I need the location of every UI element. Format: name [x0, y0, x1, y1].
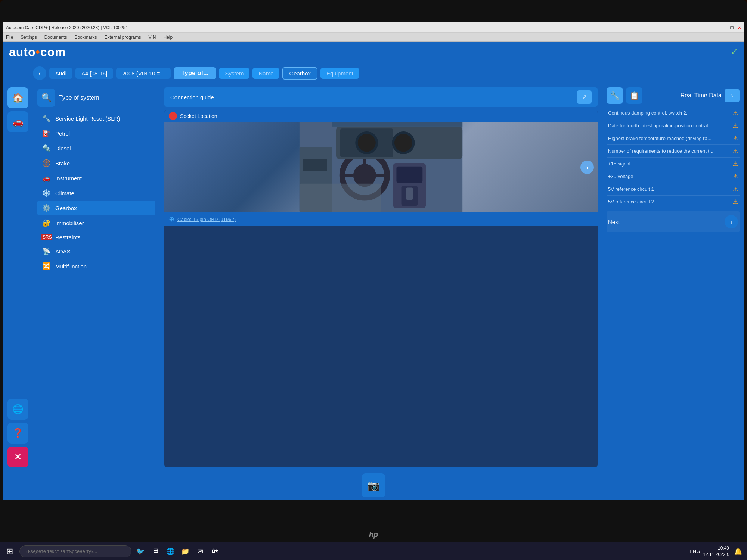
menu-file[interactable]: File	[6, 35, 13, 40]
menu-settings[interactable]: Settings	[21, 35, 37, 40]
restraints-icon: SRS	[41, 234, 52, 240]
socket-collapse-button[interactable]: −	[169, 112, 177, 120]
breadcrumb-bar: ‹ Audi A4 [08-16] 2008 (VIN 10 =... Type…	[3, 62, 744, 84]
data-row-text-3: Number of requirements to reduce the cur…	[608, 148, 731, 154]
warning-icon-5: ⚠	[733, 173, 738, 180]
bottom-panel: 📷	[3, 470, 744, 500]
taskbar-notification-icon[interactable]: 🔔	[732, 545, 744, 557]
menu-external[interactable]: External programs	[104, 35, 141, 40]
right-panel: 🔧 📋 Real Time Data › Continous damping c…	[602, 84, 744, 470]
car-interior-image: ›	[164, 122, 598, 212]
diesel-icon: 🔩	[41, 144, 52, 152]
data-row: +15 signal ⚠	[607, 158, 740, 170]
menu-help[interactable]: Help	[164, 35, 173, 40]
warning-icon-0: ⚠	[733, 109, 738, 116]
gearbox-icon: ⚙️	[41, 204, 52, 212]
system-list: 🔧 Service Light Reset (SLR) ⛽ Petrol 🔩 D…	[37, 111, 155, 273]
immobiliser-label: Immobiliser	[55, 220, 84, 226]
rt-expand-button[interactable]: ›	[725, 89, 740, 102]
sidebar-globe-button[interactable]: 🌐	[7, 399, 28, 420]
cable-info: ⊕ Cable: 16 pin OBD (J1962)	[164, 212, 598, 226]
camera-button[interactable]: 📷	[362, 473, 385, 497]
system-item-adas[interactable]: 📡 ADAS	[37, 244, 155, 258]
warning-icon-4: ⚠	[733, 160, 738, 167]
brake-label: Brake	[55, 160, 70, 167]
climate-label: Climate	[55, 190, 74, 196]
close-button[interactable]: ×	[738, 25, 741, 31]
taskbar-folder-icon[interactable]: 📁	[179, 545, 191, 557]
content-area: 🏠 🚗 🌐 ❓ ✕ 🔍 Type of system 🔧	[3, 84, 744, 470]
taskbar-browser-icon[interactable]: 🌐	[164, 545, 176, 557]
start-button[interactable]: ⊞	[3, 545, 16, 558]
taskbar-lang: ENG	[689, 548, 700, 554]
socket-location-title: Socket Location	[180, 113, 217, 119]
sidebar: 🏠 🚗 🌐 ❓ ✕	[3, 84, 33, 470]
system-search-button[interactable]: 🔍	[37, 89, 55, 107]
system-item-multifunction[interactable]: 🔀 Multifunction	[37, 259, 155, 273]
sidebar-home-button[interactable]: 🏠	[7, 87, 28, 108]
app-header: auto•com ✓	[3, 42, 744, 62]
breadcrumb-year[interactable]: 2008 (VIN 10 =...	[116, 68, 171, 79]
menu-vin[interactable]: VIN	[148, 35, 156, 40]
restraints-label: Restraints	[55, 234, 81, 240]
data-row-text-2: Highest brake temperature reached (drivi…	[608, 136, 731, 141]
sidebar-close-button[interactable]: ✕	[7, 447, 28, 467]
immobiliser-icon: 🔐	[41, 219, 52, 227]
step-equipment[interactable]: Equipment	[320, 68, 359, 79]
title-bar: Autocom Cars CDP+ | Release 2020 (2020.2…	[3, 22, 744, 33]
system-item-diesel[interactable]: 🔩 Diesel	[37, 141, 155, 155]
system-panel-title: Type of system	[59, 94, 99, 101]
data-row: Date for fourth latest operating-positio…	[607, 119, 740, 132]
connection-guide-external-btn[interactable]: ↗	[577, 90, 592, 104]
back-button[interactable]: ‹	[33, 66, 46, 80]
system-item-gearbox[interactable]: ⚙️ Gearbox	[37, 201, 155, 215]
maximize-button[interactable]: □	[730, 25, 733, 31]
menu-bookmarks[interactable]: Bookmarks	[74, 35, 97, 40]
multifunction-label: Multifunction	[55, 263, 87, 270]
step-system[interactable]: System	[219, 68, 249, 79]
data-row-text-6: 5V reference circuit 1	[608, 186, 731, 192]
breadcrumb-model[interactable]: A4 [08-16]	[75, 68, 113, 79]
taskbar-mail-icon[interactable]: ✉	[194, 545, 206, 557]
rt-wrench-button[interactable]: 🔧	[607, 87, 623, 104]
data-row-text-0: Continous damping control, switch 2.	[608, 110, 731, 116]
taskbar-store-icon[interactable]: 🛍	[209, 545, 221, 557]
system-item-petrol[interactable]: ⛽ Petrol	[37, 126, 155, 140]
window-title: Autocom Cars CDP+ | Release 2020 (2020.2…	[6, 25, 128, 30]
warning-icon-2: ⚠	[733, 135, 738, 142]
real-time-title: Real Time Data	[645, 92, 722, 99]
breadcrumb-audi[interactable]: Audi	[49, 68, 72, 79]
minimize-button[interactable]: –	[723, 25, 726, 31]
carousel-next-button[interactable]: ›	[580, 161, 594, 174]
cable-info-text[interactable]: Cable: 16 pin OBD (J1962)	[177, 217, 236, 222]
system-item-instrument[interactable]: 🚗 Instrument	[37, 171, 155, 185]
sidebar-help-button[interactable]: ❓	[7, 423, 28, 444]
instrument-label: Instrument	[55, 175, 82, 181]
slr-label: Service Light Reset (SLR)	[55, 115, 120, 122]
step-gearbox[interactable]: Gearbox	[282, 67, 317, 80]
sidebar-car-button[interactable]: 🚗	[7, 111, 28, 132]
taskbar-bird-icon[interactable]: 🐦	[134, 545, 146, 557]
slr-icon: 🔧	[41, 114, 52, 122]
svg-rect-17	[303, 159, 327, 171]
next-button[interactable]: ›	[725, 215, 738, 228]
data-row: +30 voltage ⚠	[607, 170, 740, 183]
taskbar: ⊞ 🐦 🖥 🌐 📁 ✉ 🛍 ENG 10:49 12.11.2022 г. 🔔	[0, 542, 747, 560]
system-item-brake[interactable]: 🛞 Brake	[37, 156, 155, 170]
data-row: Number of requirements to reduce the cur…	[607, 145, 740, 158]
step-name[interactable]: Name	[252, 68, 279, 79]
system-item-climate[interactable]: ❄️ Climate	[37, 186, 155, 200]
warning-icon-7: ⚠	[733, 198, 738, 205]
taskbar-search-input[interactable]	[19, 545, 131, 557]
system-item-restraints[interactable]: SRS Restraints	[37, 231, 155, 243]
svg-point-2	[353, 164, 376, 187]
warning-icon-3: ⚠	[733, 147, 738, 155]
menu-documents[interactable]: Documents	[44, 35, 67, 40]
data-row-text-7: 5V reference circuit 2	[608, 199, 731, 205]
type-of-button[interactable]: Type of...	[174, 67, 216, 79]
taskbar-view-icon[interactable]: 🖥	[149, 545, 161, 557]
adas-icon: 📡	[41, 247, 52, 255]
system-item-immobiliser[interactable]: 🔐 Immobiliser	[37, 216, 155, 230]
rt-table-button[interactable]: 📋	[626, 87, 642, 104]
system-item-slr[interactable]: 🔧 Service Light Reset (SLR)	[37, 111, 155, 125]
